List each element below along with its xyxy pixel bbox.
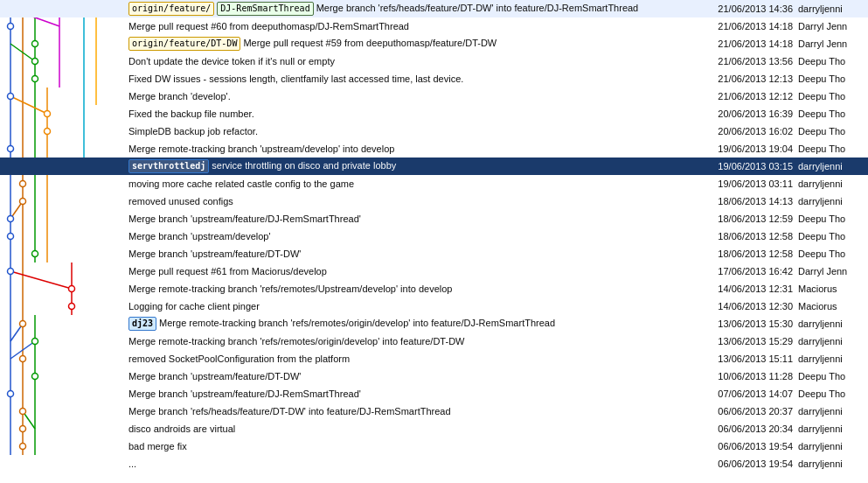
commit-msg-text: Merge branch 'develop'.	[128, 91, 231, 102]
table-row[interactable]: Merge branch 'upstream/feature/DT-DW'10/…	[0, 368, 868, 385]
commit-author: darryljenni	[798, 441, 868, 452]
commit-date: 18/06/2013 12:59	[684, 214, 798, 224]
commit-author: Deepu Tho	[798, 144, 868, 154]
commit-author: darryljenni	[798, 161, 868, 172]
commit-message: Don't update the device token if it's nu…	[127, 56, 684, 66]
commit-author: Deepu Tho	[798, 91, 868, 102]
commit-msg-text: Merge branch 'upstream/feature/DT-DW'	[128, 371, 301, 382]
table-row[interactable]: Don't update the device token if it's nu…	[0, 52, 868, 70]
commit-message: ...	[127, 458, 684, 469]
table-row[interactable]: Merge branch 'upstream/feature/DT-DW'18/…	[0, 245, 868, 262]
commit-message: SimpleDB backup job refactor.	[127, 126, 684, 136]
graph-col	[0, 315, 127, 332]
table-row[interactable]: servthrottledjservice throttling on disc…	[0, 158, 868, 175]
commit-date: 06/06/2013 19:54	[684, 458, 798, 469]
commit-msg-text: moving more cache related castle config …	[128, 178, 354, 189]
commit-author: Darryl Jenn	[798, 38, 868, 49]
commit-author: darryljenni	[798, 424, 868, 434]
commit-msg-text: Merge pull request #60 from deeputhomasp…	[128, 21, 409, 32]
graph-col	[0, 52, 127, 70]
commit-message: disco androids are virtual	[127, 424, 684, 434]
graph-col	[0, 228, 127, 245]
commit-message: removed SocketPoolConfiguration from the…	[127, 354, 684, 364]
commit-message: servthrottledjservice throttling on disc…	[127, 159, 684, 173]
table-row[interactable]: bad merge fix06/06/2013 19:54darryljenni	[0, 438, 868, 455]
commit-message: Merge branch 'upstream/develop'	[127, 231, 684, 242]
commit-message: removed unused configs	[127, 196, 684, 206]
graph-col	[0, 245, 127, 262]
commit-date: 19/06/2013 19:04	[684, 144, 798, 154]
commit-date: 21/06/2013 14:36	[684, 4, 798, 14]
table-row[interactable]: dj23Merge remote-tracking branch 'refs/r…	[0, 315, 868, 332]
table-row[interactable]: Merge branch 'upstream/feature/DJ-RemSma…	[0, 385, 868, 402]
table-row[interactable]: Merge branch 'upstream/develop'18/06/201…	[0, 228, 868, 245]
commit-msg-text: removed SocketPoolConfiguration from the…	[128, 354, 350, 364]
commit-author: Maciorus	[798, 284, 868, 294]
table-row[interactable]: Merge pull request #61 from Maciorus/dev…	[0, 262, 868, 280]
commit-message: Merge branch 'upstream/feature/DJ-RemSma…	[127, 388, 684, 399]
graph-col	[0, 158, 127, 175]
table-row[interactable]: Merge branch 'upstream/feature/DJ-RemSma…	[0, 210, 868, 228]
table-row[interactable]: Merge branch 'develop'.21/06/2013 12:12D…	[0, 88, 868, 105]
commit-message: origin/feature/DT-DWMerge pull request #…	[127, 37, 684, 51]
table-row[interactable]: Logging for cache client pinger14/06/201…	[0, 298, 868, 315]
commit-message: Fixed DW issues - sessions length, clien…	[127, 74, 684, 84]
graph-col	[0, 350, 127, 368]
graph-col	[0, 368, 127, 385]
graph-col	[0, 18, 127, 35]
table-row[interactable]: Fixed DW issues - sessions length, clien…	[0, 70, 868, 88]
commit-msg-text: Merge pull request #59 from deeputhomasp…	[243, 38, 496, 48]
table-row[interactable]: ...06/06/2013 19:54darryljenni	[0, 455, 868, 472]
commit-date: 10/06/2013 11:28	[684, 371, 798, 382]
commit-author: darryljenni	[798, 4, 868, 14]
commit-author: darryljenni	[798, 336, 868, 346]
commit-msg-text: Merge remote-tracking branch 'refs/remot…	[128, 284, 452, 294]
commit-date: 21/06/2013 14:18	[684, 38, 798, 49]
table-row[interactable]: Merge remote-tracking branch 'refs/remot…	[0, 332, 868, 350]
graph-col	[0, 402, 127, 420]
table-row[interactable]: Merge pull request #60 from deeputhomasp…	[0, 18, 868, 35]
table-row[interactable]: Merge branch 'refs/heads/feature/DT-DW' …	[0, 402, 868, 420]
table-row[interactable]: Merge remote-tracking branch 'refs/remot…	[0, 280, 868, 298]
commit-author: Deepu Tho	[798, 56, 868, 66]
table-row[interactable]: origin/feature/DJ-RemSmartThreadMerge br…	[0, 0, 868, 18]
table-row[interactable]: Fixed the backup file number.20/06/2013 …	[0, 105, 868, 122]
commit-date: 07/06/2013 14:07	[684, 388, 798, 399]
commit-author: Deepu Tho	[798, 248, 868, 259]
commit-date: 06/06/2013 20:37	[684, 406, 798, 416]
graph-col	[0, 192, 127, 210]
commit-msg-text: Merge branch 'upstream/feature/DJ-RemSma…	[128, 214, 361, 224]
ref-tag: servthrottledj	[128, 159, 209, 173]
commit-date: 06/06/2013 20:34	[684, 424, 798, 434]
table-row[interactable]: removed SocketPoolConfiguration from the…	[0, 350, 868, 368]
graph-col	[0, 175, 127, 192]
commit-date: 13/06/2013 15:29	[684, 336, 798, 346]
table-row[interactable]: SimpleDB backup job refactor.20/06/2013 …	[0, 122, 868, 140]
commit-message: Merge pull request #61 from Maciorus/dev…	[127, 266, 684, 276]
table-row[interactable]: Merge remote-tracking branch 'upstream/d…	[0, 140, 868, 158]
commit-date: 14/06/2013 12:30	[684, 301, 798, 312]
commit-date: 21/06/2013 12:13	[684, 74, 798, 84]
commit-message: Merge branch 'upstream/feature/DJ-RemSma…	[127, 214, 684, 224]
graph-col	[0, 35, 127, 52]
commit-msg-text: SimpleDB backup job refactor.	[128, 126, 258, 136]
ref-tag: origin/feature/	[128, 2, 214, 16]
commit-msg-text: Merge branch 'upstream/feature/DT-DW'	[128, 248, 301, 259]
table-row[interactable]: moving more cache related castle config …	[0, 175, 868, 192]
commit-date: 14/06/2013 12:31	[684, 284, 798, 294]
table-row[interactable]: origin/feature/DT-DWMerge pull request #…	[0, 35, 868, 52]
commit-message: Merge remote-tracking branch 'refs/remot…	[127, 336, 684, 346]
commit-msg-text: Merge remote-tracking branch 'upstream/d…	[128, 144, 394, 154]
table-row[interactable]: disco androids are virtual06/06/2013 20:…	[0, 420, 868, 438]
commit-msg-text: Merge remote-tracking branch 'refs/remot…	[128, 336, 464, 346]
git-log: origin/feature/DJ-RemSmartThreadMerge br…	[0, 0, 868, 483]
commit-author: Deepu Tho	[798, 388, 868, 399]
commit-author: Deepu Tho	[798, 214, 868, 224]
commit-author: darryljenni	[798, 406, 868, 416]
graph-col	[0, 262, 127, 280]
commit-date: 13/06/2013 15:11	[684, 354, 798, 364]
ref-tag: dj23	[128, 317, 156, 331]
table-row[interactable]: removed unused configs18/06/2013 14:13da…	[0, 192, 868, 210]
commit-msg-text: Merge pull request #61 from Maciorus/dev…	[128, 266, 327, 276]
commit-msg-text: ...	[128, 458, 136, 469]
